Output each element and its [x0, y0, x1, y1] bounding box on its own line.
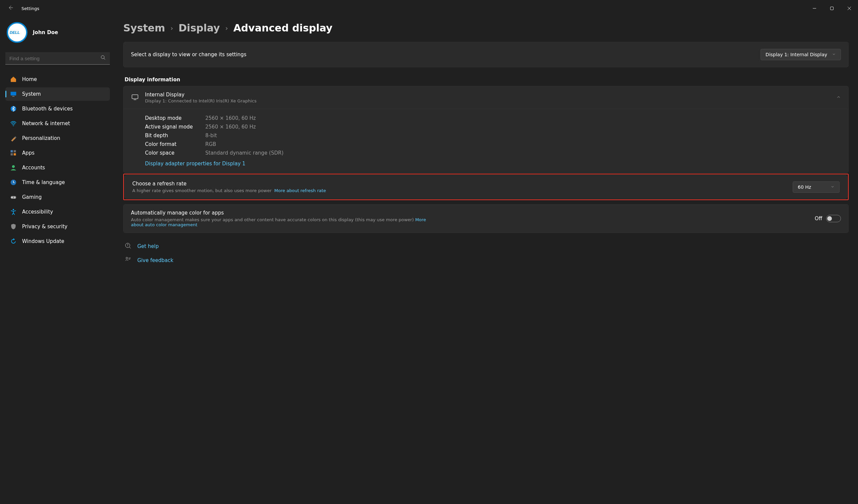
- search-icon: [100, 55, 106, 62]
- auto-color-toggle[interactable]: Off: [815, 215, 841, 222]
- auto-color-subtitle: Auto color management makes sure your ap…: [131, 217, 429, 227]
- svg-rect-3: [11, 92, 16, 95]
- auto-color-card: Automatically manage color for apps Auto…: [123, 204, 848, 233]
- dropdown-value: 60 Hz: [798, 184, 811, 190]
- sidebar-item-network[interactable]: Network & internet: [5, 117, 110, 130]
- sidebar-item-label: Apps: [22, 150, 34, 156]
- user-name: John Doe: [33, 30, 58, 35]
- svg-point-16: [13, 209, 14, 210]
- refresh-rate-card: Choose a refresh rate A higher rate give…: [125, 175, 847, 199]
- svg-rect-10: [14, 153, 16, 156]
- help-icon: ?: [125, 242, 131, 250]
- breadcrumb-system[interactable]: System: [123, 22, 165, 34]
- svg-point-6: [13, 125, 14, 126]
- select-display-card: Select a display to view or change its s…: [123, 42, 848, 67]
- give-feedback-link[interactable]: Give feedback: [137, 257, 174, 263]
- display-info-header[interactable]: Internal Display Display 1: Connected to…: [124, 86, 848, 109]
- sidebar-item-label: Personalization: [22, 135, 60, 141]
- sidebar-item-label: Accessibility: [22, 209, 53, 215]
- window-controls: [806, 0, 858, 17]
- give-feedback-row[interactable]: Give feedback: [125, 256, 848, 264]
- sidebar-item-bluetooth[interactable]: Bluetooth & devices: [5, 102, 110, 115]
- avatar: DELL: [7, 22, 28, 43]
- accessibility-icon: [10, 209, 17, 215]
- sidebar-item-apps[interactable]: Apps: [5, 146, 110, 160]
- sidebar-item-label: Gaming: [22, 194, 42, 200]
- svg-point-15: [14, 197, 15, 198]
- feedback-icon: [125, 256, 131, 264]
- spec-key: Color format: [145, 141, 195, 147]
- shield-icon: [10, 223, 17, 230]
- search-input[interactable]: [10, 55, 100, 61]
- sidebar-item-gaming[interactable]: Gaming: [5, 191, 110, 204]
- sidebar-item-label: Network & internet: [22, 120, 70, 127]
- chevron-down-icon: [832, 52, 836, 57]
- highlighted-refresh-rate: Choose a refresh rate A higher rate give…: [123, 174, 848, 200]
- svg-rect-0: [830, 7, 833, 10]
- home-icon: [10, 76, 17, 83]
- sidebar-item-accessibility[interactable]: Accessibility: [5, 205, 110, 218]
- chevron-down-icon: [830, 184, 835, 190]
- refresh-rate-more-link[interactable]: More about refresh rate: [274, 188, 326, 193]
- svg-rect-17: [132, 95, 138, 99]
- sidebar-item-system[interactable]: System: [5, 87, 110, 101]
- sidebar-search[interactable]: [5, 52, 110, 65]
- back-icon[interactable]: [7, 5, 13, 12]
- section-heading: Display information: [125, 77, 848, 83]
- close-button[interactable]: [841, 0, 858, 17]
- spec-row: Color spaceStandard dynamic range (SDR): [145, 149, 841, 157]
- bluetooth-icon: [10, 105, 17, 112]
- spec-key: Active signal mode: [145, 124, 195, 130]
- breadcrumb-current: Advanced display: [234, 22, 333, 34]
- apps-icon: [10, 150, 17, 156]
- monitor-icon: [131, 93, 139, 102]
- toggle-switch[interactable]: [826, 215, 841, 222]
- maximize-button[interactable]: [823, 0, 841, 17]
- sidebar-item-privacy[interactable]: Privacy & security: [5, 220, 110, 233]
- spec-key: Bit depth: [145, 132, 195, 139]
- sidebar-item-accounts[interactable]: Accounts: [5, 161, 110, 174]
- display-spec-grid: Desktop mode2560 × 1600, 60 Hz Active si…: [124, 109, 848, 173]
- svg-point-14: [14, 197, 15, 198]
- auto-color-title: Automatically manage color for apps: [131, 210, 429, 216]
- sidebar-item-label: Privacy & security: [22, 224, 67, 230]
- spec-value: 2560 × 1600, 60 Hz: [205, 115, 256, 121]
- breadcrumb-display[interactable]: Display: [178, 22, 220, 34]
- personalization-icon: [10, 135, 17, 142]
- sidebar-item-label: Accounts: [22, 165, 45, 171]
- sidebar-item-personalization[interactable]: Personalization: [5, 131, 110, 145]
- sidebar-item-label: Bluetooth & devices: [22, 106, 73, 112]
- user-account[interactable]: DELL John Doe: [5, 22, 110, 43]
- sidebar-nav: Home System Bluetooth & devices Network …: [5, 72, 110, 248]
- sidebar-item-time[interactable]: Time & language: [5, 176, 110, 189]
- svg-rect-9: [11, 153, 13, 156]
- select-display-dropdown[interactable]: Display 1: Internal Display: [761, 49, 841, 60]
- spec-key: Desktop mode: [145, 115, 195, 121]
- display-info-title: Internal Display: [145, 92, 830, 98]
- svg-point-2: [101, 55, 104, 59]
- adapter-properties-link[interactable]: Display adapter properties for Display 1: [145, 161, 245, 167]
- accounts-icon: [10, 164, 17, 171]
- refresh-rate-dropdown[interactable]: 60 Hz: [793, 181, 840, 193]
- svg-text:?: ?: [127, 244, 128, 247]
- sidebar-item-home[interactable]: Home: [5, 72, 110, 86]
- svg-text:DELL: DELL: [10, 30, 20, 34]
- chevron-right-icon: ›: [225, 24, 228, 32]
- spec-row: Desktop mode2560 × 1600, 60 Hz: [145, 114, 841, 123]
- svg-point-11: [12, 165, 15, 168]
- spec-row: Active signal mode2560 × 1600, 60 Hz: [145, 123, 841, 131]
- spec-row: Bit depth8-bit: [145, 131, 841, 140]
- display-info-card: Internal Display Display 1: Connected to…: [123, 86, 848, 173]
- network-icon: [10, 120, 17, 127]
- get-help-row[interactable]: ? Get help: [125, 242, 848, 250]
- refresh-rate-subtitle: A higher rate gives smoother motion, but…: [132, 188, 326, 193]
- minimize-button[interactable]: [806, 0, 823, 17]
- sidebar-item-label: Windows Update: [22, 238, 64, 244]
- svg-rect-7: [11, 150, 13, 152]
- clock-icon: [10, 179, 17, 186]
- chevron-up-icon[interactable]: [836, 95, 841, 101]
- sidebar-item-label: Home: [22, 76, 37, 82]
- sidebar-item-update[interactable]: Windows Update: [5, 234, 110, 248]
- get-help-link[interactable]: Get help: [137, 243, 159, 249]
- svg-rect-8: [14, 150, 16, 152]
